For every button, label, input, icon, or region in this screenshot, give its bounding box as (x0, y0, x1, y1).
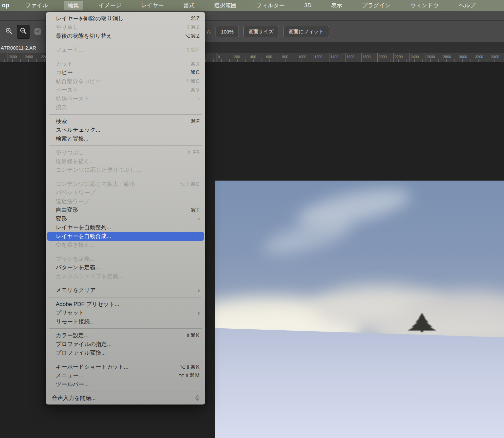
edit-menu-item[interactable]: 空を置き換え... (46, 241, 205, 250)
edit-menu-item-label: カラー設定... (56, 332, 186, 339)
zoom-out-button[interactable] (17, 25, 30, 39)
menu-separator (49, 145, 202, 146)
edit-menu-item-label: メモリをクリア (56, 286, 198, 294)
zoom-out-icon (18, 26, 28, 37)
edit-menu-item-label: コンテンツに応じて拡大・縮小 (56, 180, 179, 188)
menubar-item[interactable]: 選択範囲 (210, 1, 241, 10)
edit-menu-item-label: ブラシを定義... (56, 255, 200, 263)
edit-menu-item[interactable]: フェード...⇧⌘F (46, 46, 205, 55)
edit-menu-item[interactable]: 変形› (46, 214, 205, 223)
menubar-item[interactable]: ファイル (21, 1, 52, 10)
menubar-item[interactable]: ヘルプ (454, 1, 479, 10)
edit-menu-item-shortcut: ⌘V (190, 87, 200, 93)
edit-menu-item-shortcut: ⇧⌘F (186, 47, 200, 53)
edit-menu-item[interactable]: レイヤーを削除の取り消し⌘Z (46, 14, 205, 23)
menubar-item[interactable]: レイヤー (137, 1, 168, 10)
edit-menu-item-label: パターンを定義... (56, 264, 200, 271)
edit-menu-item-shortcut: ⌥⌘Z (184, 33, 200, 39)
menu-separator (49, 297, 202, 297)
edit-menu-item[interactable]: やり直し⇧⌘Z (46, 23, 205, 32)
edit-menu-item[interactable]: 結合部分をコピー⇧⌘C (46, 77, 205, 86)
edit-menu-item[interactable]: 自由変形⌘T (46, 206, 205, 215)
microphone-icon (195, 395, 200, 401)
edit-menu-item[interactable]: 境界線を描く... (46, 157, 205, 166)
submenu-arrow-icon: › (198, 310, 200, 316)
edit-menu-item[interactable]: Adobe PDF プリセット... (46, 300, 205, 309)
macos-menubar: op ファイル編集イメージレイヤー書式選択範囲フィルター3D表示プラグインウィン… (0, 0, 504, 11)
edit-menu-item-label: 自由変形 (56, 206, 191, 214)
edit-menu-item[interactable]: カスタムシェイプを定義... (46, 272, 205, 281)
edit-menu-item-shortcut: ⌘Z (191, 15, 200, 22)
zoom-100-button[interactable]: 100% (216, 26, 239, 37)
scrubby-zoom-checkbox[interactable] (34, 28, 41, 35)
edit-menu-item-label: 結合部分をコピー (56, 77, 185, 85)
menubar-item[interactable]: 表示 (327, 1, 346, 10)
edit-menu-item-label: Adobe PDF プリセット... (56, 300, 200, 308)
edit-menu-item[interactable]: コピー⌘C (46, 68, 205, 77)
edit-menu-item[interactable]: ブラシを定義... (46, 254, 205, 263)
menu-separator (49, 283, 202, 283)
edit-menu-item[interactable]: ペースト⌘V (46, 86, 205, 95)
edit-menu-item-shortcut: ⌥⇧⌘K (179, 364, 200, 370)
submenu-arrow-icon: › (198, 287, 200, 293)
edit-menu-item[interactable]: 消去 (46, 103, 205, 112)
edit-menu-item-label: 音声入力を開始... (52, 394, 195, 402)
edit-menu-item[interactable]: レイヤーを自動整列... (46, 223, 205, 232)
edit-menu-item-label: 特殊ペースト (56, 95, 198, 102)
edit-menu-item[interactable]: 遠近法ワープ (46, 197, 205, 206)
edit-menu-item[interactable]: 検索と置換... (46, 134, 205, 143)
menu-separator (49, 57, 202, 57)
edit-menu-item-label: プロファイルの指定... (56, 340, 200, 348)
zoom-in-button[interactable] (3, 25, 15, 39)
edit-menu-item-shortcut: ⇧⌘Z (186, 24, 200, 30)
edit-dropdown-menu: レイヤーを削除の取り消し⌘Zやり直し⇧⌘Z最後の状態を切り替え⌥⌘Zフェード..… (46, 12, 205, 405)
edit-menu-item-label: プリセット (56, 309, 198, 317)
menu-separator (49, 360, 202, 360)
edit-menu-item[interactable]: キーボードショートカット...⌥⇧⌘K (46, 362, 205, 371)
menubar-item[interactable]: ウィンドウ (406, 1, 443, 10)
document-filename: A7R00011-2.AR (1, 45, 36, 51)
document-tab[interactable]: A7R00011-2.AR (0, 42, 49, 53)
edit-menu-item[interactable]: 音声入力を開始... (46, 394, 205, 403)
menubar-item[interactable]: 書式 (179, 1, 199, 10)
edit-menu-item[interactable]: プロファイル変換... (46, 349, 205, 358)
edit-menu-item[interactable]: メモリをクリア› (46, 286, 205, 295)
edit-menu-item-shortcut: ⌘X (190, 61, 200, 67)
edit-menu-item-label: やり直し (56, 23, 186, 31)
edit-menu-item[interactable]: リモート接続... (46, 317, 205, 326)
edit-menu-item[interactable]: スペルチェック... (46, 126, 205, 135)
menubar-item[interactable]: 編集 (64, 1, 83, 10)
menubar-item[interactable]: プラグイン (358, 1, 394, 10)
edit-menu-item-shortcut: ⌥⇧⌘C (179, 181, 200, 187)
screen-size-button[interactable]: 画面サイズ (243, 26, 279, 37)
edit-menu-item[interactable]: パターンを定義... (46, 263, 205, 272)
edit-menu-item[interactable]: メニュー...⌥⇧⌘M (46, 371, 205, 380)
edit-menu-item-shortcut: ⌥⇧⌘M (178, 372, 200, 379)
edit-menu-item-label: 検索 (56, 118, 191, 125)
edit-menu-item-shortcut: ⇧⌘K (186, 332, 200, 339)
app-name-partial[interactable]: op (2, 2, 10, 9)
edit-menu-item-label: ツールバー... (56, 381, 200, 388)
edit-menu-item[interactable]: 塗りつぶし...⇧ F5 (46, 148, 205, 157)
edit-menu-item-label: 塗りつぶし... (56, 149, 186, 156)
menubar-item[interactable]: フィルター (252, 1, 289, 10)
edit-menu-item[interactable]: 検索⌘F (46, 117, 205, 126)
edit-menu-item[interactable]: ツールバー... (46, 380, 205, 389)
edit-menu-item[interactable]: プロファイルの指定... (46, 340, 205, 349)
menubar-item[interactable]: イメージ (95, 1, 125, 10)
edit-menu-item-label: 変形 (56, 215, 198, 223)
edit-menu-item[interactable]: カット⌘X (46, 59, 205, 68)
edit-menu-item-label: ペースト (56, 86, 190, 94)
fit-screen-button[interactable]: 画面にフィット (284, 26, 329, 37)
edit-menu-item-label: フェード... (56, 46, 186, 54)
edit-menu-item[interactable]: コンテンツに応じて拡大・縮小⌥⇧⌘C (46, 180, 205, 188)
edit-menu-item[interactable]: パペットワープ (46, 188, 205, 197)
edit-menu-item[interactable]: 最後の状態を切り替え⌥⌘Z (46, 32, 205, 40)
edit-menu-item[interactable]: コンテンツに応じた塗りつぶし ... (46, 166, 205, 175)
photo-document[interactable] (215, 181, 504, 438)
edit-menu-item[interactable]: レイヤーを自動合成... (47, 232, 204, 241)
edit-menu-item[interactable]: 特殊ペースト› (46, 94, 205, 103)
edit-menu-item[interactable]: カラー設定...⇧⌘K (46, 331, 205, 340)
menubar-item[interactable]: 3D (301, 1, 316, 10)
edit-menu-item[interactable]: プリセット› (46, 309, 205, 318)
